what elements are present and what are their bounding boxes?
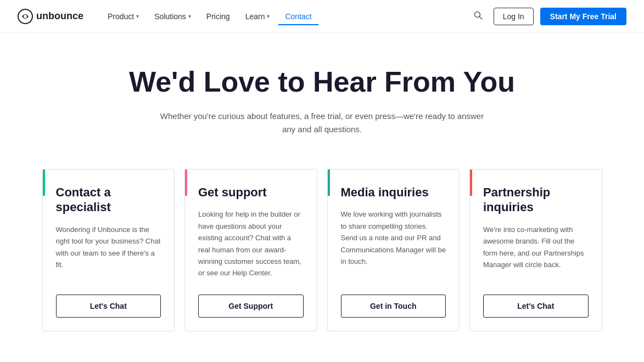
card-cta-3[interactable]: Let's Chat — [483, 295, 589, 318]
nav-pricing[interactable]: Pricing — [200, 8, 237, 25]
hero-heading: We'd Love to Hear From You — [11, 66, 633, 99]
contact-card-1: Get support Looking for help in the buil… — [184, 169, 317, 331]
card-body-0: Wondering if Unbounce is the right tool … — [56, 224, 161, 279]
contact-card-3: Partnership inquiries We're into co-mark… — [469, 169, 602, 331]
cards-section: Contact a specialist Wondering if Unboun… — [20, 158, 624, 362]
svg-point-1 — [24, 15, 27, 18]
logo[interactable]: unbounce — [18, 9, 83, 24]
card-body-2: We love working with journalists to shar… — [341, 208, 446, 279]
card-title-1: Get support — [198, 185, 304, 200]
card-accent-2 — [328, 169, 330, 196]
nav-solutions[interactable]: Solutions ▾ — [148, 8, 198, 25]
card-title-3: Partnership inquiries — [483, 185, 589, 215]
svg-line-3 — [479, 16, 482, 19]
card-accent-3 — [470, 169, 472, 196]
card-body-1: Looking for help in the builder or have … — [198, 208, 304, 279]
card-cta-1[interactable]: Get Support — [198, 295, 304, 318]
login-button[interactable]: Log In — [494, 8, 534, 25]
hero-section: We'd Love to Hear From You Whether you'r… — [0, 33, 644, 158]
card-title-0: Contact a specialist — [56, 185, 161, 215]
card-title-2: Media inquiries — [341, 185, 446, 200]
card-accent-0 — [43, 169, 45, 196]
learn-caret: ▾ — [267, 13, 270, 19]
logo-icon — [18, 9, 33, 24]
nav-right: Log In Start My Free Trial — [469, 7, 626, 26]
card-accent-1 — [185, 169, 187, 196]
card-cta-2[interactable]: Get in Touch — [341, 295, 446, 318]
hero-subtext: Whether you're curious about features, a… — [158, 110, 487, 136]
card-body-3: We're into co-marketing with awesome bra… — [483, 224, 589, 279]
nav-learn[interactable]: Learn ▾ — [239, 8, 277, 25]
navigation: unbounce Product ▾ Solutions ▾ Pricing L… — [0, 0, 644, 33]
card-cta-0[interactable]: Let's Chat — [56, 295, 161, 318]
search-button[interactable] — [469, 7, 487, 26]
trial-button[interactable]: Start My Free Trial — [540, 8, 626, 25]
contact-card-2: Media inquiries We love working with jou… — [327, 169, 460, 331]
nav-contact[interactable]: Contact — [278, 8, 318, 25]
nav-links: Product ▾ Solutions ▾ Pricing Learn ▾ Co… — [101, 8, 469, 25]
search-icon — [474, 11, 483, 20]
product-caret: ▾ — [136, 13, 139, 19]
contact-card-0: Contact a specialist Wondering if Unboun… — [42, 169, 175, 331]
logo-text: unbounce — [36, 10, 83, 22]
nav-product[interactable]: Product ▾ — [101, 8, 145, 25]
solutions-caret: ▾ — [188, 13, 191, 19]
